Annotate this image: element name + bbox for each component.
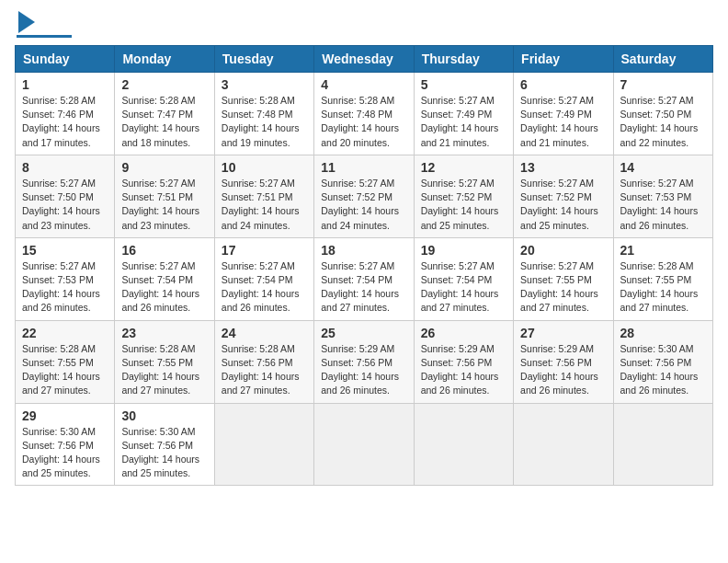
day-of-week-header: Wednesday xyxy=(314,46,414,73)
day-of-week-header: Friday xyxy=(514,46,613,73)
day-info: Sunrise: 5:29 AM Sunset: 7:56 PM Dayligh… xyxy=(321,342,406,398)
day-number: 20 xyxy=(520,243,606,258)
day-info: Sunrise: 5:28 AM Sunset: 7:46 PM Dayligh… xyxy=(22,94,108,150)
calendar-cell: 16Sunrise: 5:27 AM Sunset: 7:54 PM Dayli… xyxy=(115,237,214,320)
calendar-cell: 22Sunrise: 5:28 AM Sunset: 7:55 PM Dayli… xyxy=(16,320,115,403)
day-number: 5 xyxy=(421,77,506,92)
calendar-cell: 23Sunrise: 5:28 AM Sunset: 7:55 PM Dayli… xyxy=(115,320,214,403)
day-number: 2 xyxy=(121,77,207,92)
day-number: 8 xyxy=(22,160,108,175)
day-info: Sunrise: 5:27 AM Sunset: 7:49 PM Dayligh… xyxy=(421,94,506,150)
day-info: Sunrise: 5:28 AM Sunset: 7:55 PM Dayligh… xyxy=(620,259,706,316)
day-info: Sunrise: 5:28 AM Sunset: 7:55 PM Dayligh… xyxy=(121,342,207,398)
calendar-cell: 9Sunrise: 5:27 AM Sunset: 7:51 PM Daylig… xyxy=(115,155,214,237)
page-header xyxy=(15,15,713,38)
day-number: 14 xyxy=(620,160,706,175)
day-info: Sunrise: 5:27 AM Sunset: 7:50 PM Dayligh… xyxy=(22,177,108,233)
day-info: Sunrise: 5:27 AM Sunset: 7:51 PM Dayligh… xyxy=(121,177,207,233)
day-info: Sunrise: 5:27 AM Sunset: 7:55 PM Dayligh… xyxy=(520,259,606,316)
day-number: 7 xyxy=(620,77,706,92)
calendar-cell xyxy=(514,403,613,486)
day-number: 16 xyxy=(121,243,207,258)
calendar-cell: 29Sunrise: 5:30 AM Sunset: 7:56 PM Dayli… xyxy=(16,403,115,486)
day-number: 11 xyxy=(321,160,406,175)
day-number: 22 xyxy=(22,326,108,340)
day-number: 9 xyxy=(121,160,207,175)
day-info: Sunrise: 5:27 AM Sunset: 7:53 PM Dayligh… xyxy=(22,259,108,316)
calendar-cell: 10Sunrise: 5:27 AM Sunset: 7:51 PM Dayli… xyxy=(214,155,313,237)
calendar-cell: 11Sunrise: 5:27 AM Sunset: 7:52 PM Dayli… xyxy=(314,155,414,237)
calendar-cell: 3Sunrise: 5:28 AM Sunset: 7:48 PM Daylig… xyxy=(214,73,313,155)
day-number: 15 xyxy=(22,243,108,258)
day-number: 30 xyxy=(121,408,207,423)
day-number: 26 xyxy=(421,326,506,340)
day-info: Sunrise: 5:29 AM Sunset: 7:56 PM Dayligh… xyxy=(520,342,606,398)
day-of-week-header: Thursday xyxy=(414,46,513,73)
calendar-cell: 24Sunrise: 5:28 AM Sunset: 7:56 PM Dayli… xyxy=(214,320,313,403)
day-info: Sunrise: 5:27 AM Sunset: 7:49 PM Dayligh… xyxy=(520,94,606,150)
day-info: Sunrise: 5:27 AM Sunset: 7:51 PM Dayligh… xyxy=(222,177,307,233)
calendar-cell: 26Sunrise: 5:29 AM Sunset: 7:56 PM Dayli… xyxy=(414,320,513,403)
day-number: 28 xyxy=(620,326,706,340)
calendar-cell: 27Sunrise: 5:29 AM Sunset: 7:56 PM Dayli… xyxy=(514,320,613,403)
day-of-week-header: Monday xyxy=(115,46,214,73)
day-number: 6 xyxy=(520,77,606,92)
calendar-cell: 30Sunrise: 5:30 AM Sunset: 7:56 PM Dayli… xyxy=(115,403,214,486)
day-info: Sunrise: 5:27 AM Sunset: 7:53 PM Dayligh… xyxy=(620,177,706,233)
calendar-cell: 18Sunrise: 5:27 AM Sunset: 7:54 PM Dayli… xyxy=(314,237,414,320)
day-number: 10 xyxy=(222,160,307,175)
calendar-cell xyxy=(613,403,712,486)
calendar-week-row: 22Sunrise: 5:28 AM Sunset: 7:55 PM Dayli… xyxy=(16,320,713,403)
calendar-cell: 17Sunrise: 5:27 AM Sunset: 7:54 PM Dayli… xyxy=(214,237,313,320)
calendar-cell: 13Sunrise: 5:27 AM Sunset: 7:52 PM Dayli… xyxy=(514,155,613,237)
calendar-week-row: 15Sunrise: 5:27 AM Sunset: 7:53 PM Dayli… xyxy=(16,237,713,320)
logo xyxy=(15,15,72,38)
day-number: 1 xyxy=(22,77,108,92)
calendar-cell: 8Sunrise: 5:27 AM Sunset: 7:50 PM Daylig… xyxy=(16,155,115,237)
day-info: Sunrise: 5:27 AM Sunset: 7:52 PM Dayligh… xyxy=(421,177,506,233)
calendar-week-row: 1Sunrise: 5:28 AM Sunset: 7:46 PM Daylig… xyxy=(16,73,713,155)
calendar-cell: 5Sunrise: 5:27 AM Sunset: 7:49 PM Daylig… xyxy=(414,73,513,155)
calendar-cell: 4Sunrise: 5:28 AM Sunset: 7:48 PM Daylig… xyxy=(314,73,414,155)
day-number: 29 xyxy=(22,408,108,423)
calendar-cell: 6Sunrise: 5:27 AM Sunset: 7:49 PM Daylig… xyxy=(514,73,613,155)
day-number: 12 xyxy=(421,160,506,175)
day-info: Sunrise: 5:27 AM Sunset: 7:50 PM Dayligh… xyxy=(620,94,706,150)
calendar-cell: 28Sunrise: 5:30 AM Sunset: 7:56 PM Dayli… xyxy=(613,320,712,403)
day-number: 18 xyxy=(321,243,406,258)
calendar-cell xyxy=(214,403,313,486)
day-info: Sunrise: 5:28 AM Sunset: 7:55 PM Dayligh… xyxy=(22,342,108,398)
calendar-cell: 20Sunrise: 5:27 AM Sunset: 7:55 PM Dayli… xyxy=(514,237,613,320)
calendar-cell: 7Sunrise: 5:27 AM Sunset: 7:50 PM Daylig… xyxy=(613,73,712,155)
day-number: 21 xyxy=(620,243,706,258)
calendar-week-row: 8Sunrise: 5:27 AM Sunset: 7:50 PM Daylig… xyxy=(16,155,713,237)
day-number: 17 xyxy=(222,243,307,258)
calendar-cell: 19Sunrise: 5:27 AM Sunset: 7:54 PM Dayli… xyxy=(414,237,513,320)
day-info: Sunrise: 5:29 AM Sunset: 7:56 PM Dayligh… xyxy=(421,342,506,398)
day-info: Sunrise: 5:28 AM Sunset: 7:48 PM Dayligh… xyxy=(222,94,307,150)
calendar-cell: 1Sunrise: 5:28 AM Sunset: 7:46 PM Daylig… xyxy=(16,73,115,155)
calendar-cell: 2Sunrise: 5:28 AM Sunset: 7:47 PM Daylig… xyxy=(115,73,214,155)
day-number: 13 xyxy=(520,160,606,175)
day-number: 23 xyxy=(121,326,207,340)
day-number: 3 xyxy=(222,77,307,92)
day-info: Sunrise: 5:30 AM Sunset: 7:56 PM Dayligh… xyxy=(121,425,207,481)
day-of-week-header: Sunday xyxy=(16,46,115,73)
day-number: 25 xyxy=(321,326,406,340)
day-of-week-header: Saturday xyxy=(613,46,712,73)
calendar-cell xyxy=(314,403,414,486)
calendar-table: SundayMondayTuesdayWednesdayThursdayFrid… xyxy=(15,45,713,486)
day-number: 19 xyxy=(421,243,506,258)
day-info: Sunrise: 5:27 AM Sunset: 7:52 PM Dayligh… xyxy=(321,177,406,233)
calendar-week-row: 29Sunrise: 5:30 AM Sunset: 7:56 PM Dayli… xyxy=(16,403,713,486)
logo-arrow-icon xyxy=(18,11,35,33)
calendar-cell: 25Sunrise: 5:29 AM Sunset: 7:56 PM Dayli… xyxy=(314,320,414,403)
day-info: Sunrise: 5:27 AM Sunset: 7:54 PM Dayligh… xyxy=(222,259,307,316)
calendar-cell: 21Sunrise: 5:28 AM Sunset: 7:55 PM Dayli… xyxy=(613,237,712,320)
calendar-header-row: SundayMondayTuesdayWednesdayThursdayFrid… xyxy=(16,46,713,73)
day-info: Sunrise: 5:28 AM Sunset: 7:48 PM Dayligh… xyxy=(321,94,406,150)
day-of-week-header: Tuesday xyxy=(214,46,313,73)
day-number: 24 xyxy=(222,326,307,340)
day-info: Sunrise: 5:27 AM Sunset: 7:54 PM Dayligh… xyxy=(421,259,506,316)
day-info: Sunrise: 5:28 AM Sunset: 7:47 PM Dayligh… xyxy=(121,94,207,150)
